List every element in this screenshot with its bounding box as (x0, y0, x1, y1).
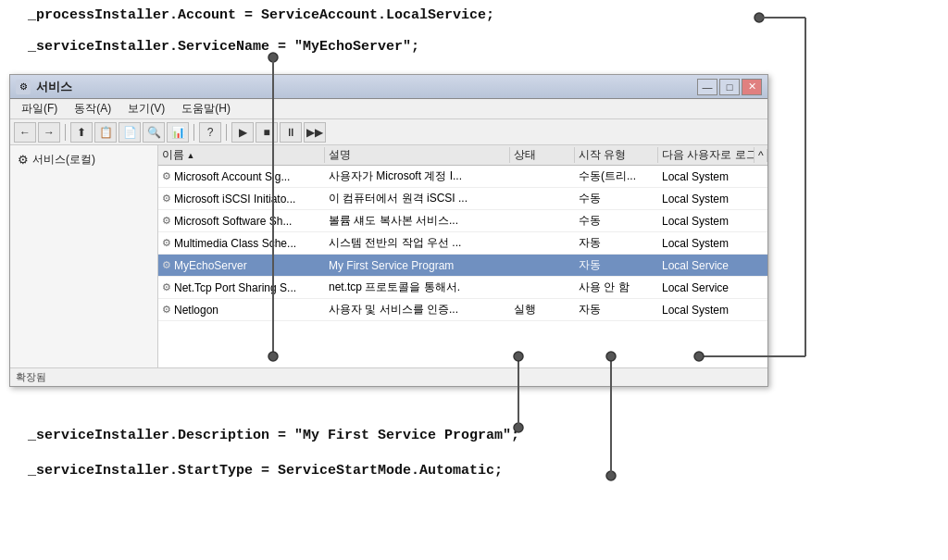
left-panel: ⚙ 서비스(로컬) (10, 145, 158, 367)
row-gear-icon: ⚙ (162, 304, 171, 316)
row-gear-icon: ⚙ (162, 281, 171, 293)
toolbar-separator-3 (226, 124, 227, 141)
td-desc: My First Service Program (325, 259, 510, 272)
stop-button[interactable]: ■ (256, 122, 278, 143)
col-header-logon[interactable]: 다음 사용자로 로그온 (658, 147, 755, 163)
td-name: ⚙ Netlogon (158, 304, 325, 317)
page-container: _processInstaller.Account = ServiceAccou… (0, 0, 948, 560)
row-gear-icon: ⚙ (162, 170, 171, 182)
table-row[interactable]: ⚙ Net.Tcp Port Sharing S... net.tcp 프로토콜… (158, 277, 767, 299)
row-service-name: Microsoft Software Sh... (174, 215, 292, 228)
code-line-4: _serviceInstaller.StartType = ServiceSta… (28, 463, 503, 479)
services-window: ⚙ 서비스 — □ ✕ 파일(F) 동작(A) 보기(V) 도움말(H) ← →… (9, 74, 768, 387)
td-name: ⚙ Multimedia Class Sche... (158, 237, 325, 250)
td-starttype: 수동(트리... (575, 168, 658, 184)
td-starttype: 자동 (575, 235, 658, 251)
status-bar: 확장됨 (10, 367, 767, 386)
row-gear-icon: ⚙ (162, 237, 171, 249)
svg-point-0 (755, 13, 764, 22)
td-logon: Local Service (658, 259, 767, 272)
code-line-1: _processInstaller.Account = ServiceAccou… (28, 7, 494, 23)
help-button[interactable]: ? (199, 122, 221, 143)
left-panel-services-local[interactable]: ⚙ 서비스(로컬) (14, 149, 154, 170)
td-logon: Local System (658, 193, 767, 205)
td-name: ⚙ MyEchoServer (158, 259, 325, 272)
paste-button[interactable]: 📄 (118, 122, 141, 143)
td-starttype: 수동 (575, 213, 658, 229)
table-row[interactable]: ⚙ Microsoft Account Sig... 사용자가 Microsof… (158, 166, 767, 188)
td-name: ⚙ Microsoft iSCSI Initiato... (158, 193, 325, 205)
td-name: ⚙ Net.Tcp Port Sharing S... (158, 281, 325, 294)
back-button[interactable]: ← (14, 122, 36, 143)
menu-help[interactable]: 도움말(H) (174, 99, 238, 118)
td-desc: 사용자 및 서비스를 인증... (325, 302, 510, 317)
table-body: ⚙ Microsoft Account Sig... 사용자가 Microsof… (158, 166, 767, 321)
window-icon: ⚙ (16, 80, 31, 94)
gear-icon: ⚙ (18, 153, 29, 167)
row-service-name: Multimedia Class Sche... (174, 237, 296, 250)
copy-button[interactable]: 📋 (94, 122, 117, 143)
col-header-scroll: ^ (755, 149, 767, 162)
table-row[interactable]: ⚙ Microsoft iSCSI Initiato... 이 컴퓨터에서 원격… (158, 188, 767, 210)
left-panel-label: 서비스(로컬) (32, 152, 95, 168)
td-logon: Local Service (658, 281, 767, 294)
row-service-name: MyEchoServer (174, 259, 247, 272)
col-header-name[interactable]: 이름 (158, 147, 325, 163)
row-gear-icon: ⚙ (162, 259, 171, 271)
menu-view[interactable]: 보기(V) (120, 99, 172, 118)
row-gear-icon: ⚙ (162, 215, 171, 227)
td-name: ⚙ Microsoft Software Sh... (158, 215, 325, 228)
td-desc: 시스템 전반의 작업 우선 ... (325, 235, 510, 251)
up-button[interactable]: ⬆ (70, 122, 93, 143)
close-button[interactable]: ✕ (742, 79, 762, 95)
pause-button[interactable]: ⏸ (280, 122, 302, 143)
td-logon: Local System (658, 170, 767, 183)
td-desc: net.tcp 프로토콜을 통해서. (325, 280, 510, 295)
content-area: ⚙ 서비스(로컬) 이름 설명 상태 시작 유형 다음 사용자로 로그온 ^ (10, 145, 767, 367)
col-header-starttype[interactable]: 시작 유형 (575, 147, 658, 163)
menu-file[interactable]: 파일(F) (14, 99, 65, 118)
td-starttype: 수동 (575, 191, 658, 206)
table-header: 이름 설명 상태 시작 유형 다음 사용자로 로그온 ^ (158, 145, 767, 166)
chart-button[interactable]: 📊 (167, 122, 189, 143)
row-gear-icon: ⚙ (162, 193, 171, 205)
restart-button[interactable]: ▶▶ (304, 122, 326, 143)
col-header-status[interactable]: 상태 (510, 147, 575, 163)
col-header-desc[interactable]: 설명 (325, 147, 510, 163)
row-service-name: Net.Tcp Port Sharing S... (174, 281, 296, 294)
row-service-name: Microsoft Account Sig... (174, 170, 290, 183)
td-status: 실행 (510, 302, 575, 317)
title-bar: ⚙ 서비스 — □ ✕ (10, 75, 767, 99)
svg-point-11 (606, 471, 616, 480)
table-row[interactable]: ⚙ MyEchoServer My First Service Program … (158, 255, 767, 277)
search-button[interactable]: 🔍 (143, 122, 165, 143)
row-service-name: Netlogon (174, 304, 218, 317)
table-row[interactable]: ⚙ Microsoft Software Sh... 볼륨 섀도 복사본 서비스… (158, 210, 767, 232)
code-line-3: _serviceInstaller.Description = "My Firs… (28, 428, 519, 443)
td-desc: 볼륨 섀도 복사본 서비스... (325, 213, 510, 229)
row-service-name: Microsoft iSCSI Initiato... (174, 193, 295, 205)
td-logon: Local System (658, 304, 767, 317)
maximize-button[interactable]: □ (719, 79, 740, 95)
td-logon: Local System (658, 237, 767, 250)
menu-bar: 파일(F) 동작(A) 보기(V) 도움말(H) (10, 99, 767, 119)
toolbar: ← → ⬆ 📋 📄 🔍 📊 ? ▶ ■ ⏸ ▶▶ (10, 119, 767, 145)
td-starttype: 사용 안 함 (575, 280, 658, 295)
td-desc: 사용자가 Microsoft 계정 I... (325, 168, 510, 184)
td-logon: Local System (658, 215, 767, 228)
code-line-2: _serviceInstaller.ServiceName = "MyEchoS… (28, 39, 419, 55)
forward-button[interactable]: → (38, 122, 60, 143)
minimize-button[interactable]: — (697, 79, 717, 95)
window-title: 서비스 (36, 79, 72, 95)
menu-action[interactable]: 동작(A) (67, 99, 118, 118)
td-starttype: 자동 (575, 302, 658, 317)
service-list: 이름 설명 상태 시작 유형 다음 사용자로 로그온 ^ ⚙ Microsoft… (158, 145, 767, 367)
td-desc: 이 컴퓨터에서 원격 iSCSI ... (325, 191, 510, 206)
table-row[interactable]: ⚙ Netlogon 사용자 및 서비스를 인증... 실행 자동 Local … (158, 299, 767, 321)
status-text: 확장됨 (16, 370, 46, 384)
toolbar-separator-2 (193, 124, 194, 141)
td-starttype: 자동 (575, 257, 658, 273)
td-name: ⚙ Microsoft Account Sig... (158, 170, 325, 183)
play-button[interactable]: ▶ (231, 122, 254, 143)
table-row[interactable]: ⚙ Multimedia Class Sche... 시스템 전반의 작업 우선… (158, 232, 767, 255)
